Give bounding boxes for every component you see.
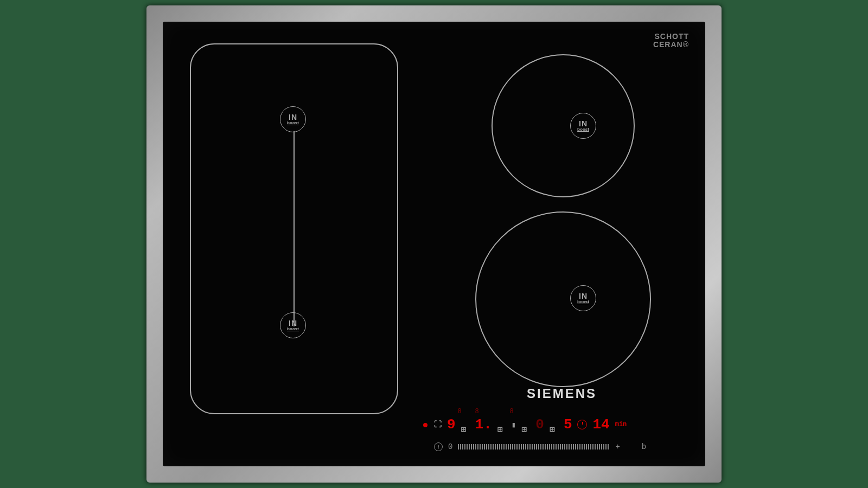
timer-icon[interactable] [577,420,587,429]
boost-badge-in: IN [579,292,588,300]
heat-indicator: 8 [473,408,481,415]
timer-unit: min [615,421,627,428]
boost-badge-in: IN [579,120,588,127]
heat-indicator [490,408,498,415]
heat-indicator-row: 8 8 8 [456,408,673,415]
slider-plus-label[interactable]: + [615,442,620,451]
power-indicator-dot [423,423,427,427]
zone-select-icon[interactable] [521,420,530,429]
boost-badge-boost: boost [287,327,299,331]
zone-select-icon[interactable] [550,420,558,429]
zone-select-icon[interactable] [461,420,470,429]
heat-indicator: 8 [508,408,515,415]
boost-button-label[interactable]: b [642,442,646,451]
boost-badge-in: IN [289,319,297,327]
touch-slider[interactable] [458,444,610,450]
power-value-right-rear[interactable]: 0 [535,416,544,433]
boost-badge-right-rear: IN boost [570,113,596,139]
slider-row[interactable]: i 0 + b [434,442,673,451]
steel-bezel: SCHOTT CERAN® IN boost IN boost IN boost [146,5,722,483]
boost-badge-flex-front: IN boost [280,312,306,338]
brand-logo: SIEMENS [527,386,597,401]
slider-zero-label[interactable]: 0 [448,442,452,451]
power-display-row: ⛶ 9 1. ▮ 0 5 14 min [434,416,673,433]
flex-zone-outline [190,43,398,414]
heat-indicator: 8 [456,408,463,415]
glass-brand-label: SCHOTT CERAN® [653,33,689,49]
glass-brand-line1: SCHOTT [653,33,689,41]
power-button-icon[interactable]: i [434,442,443,451]
power-value-right-front[interactable]: 5 [564,416,572,433]
power-value-left-rear[interactable]: 9 [447,416,456,433]
boost-badge-in: IN [289,113,297,121]
boost-badge-right-front: IN boost [570,285,596,311]
boost-badge-boost: boost [287,121,299,125]
timer-value[interactable]: 14 [592,416,609,433]
wipe-protect-icon[interactable]: ⛶ [434,420,442,429]
power-value-left-front[interactable]: 1. [475,416,492,433]
boost-badge-boost: boost [577,300,589,304]
boost-badge-flex-rear: IN boost [280,106,306,132]
control-panel[interactable]: 8 8 8 ⛶ 9 1. ▮ 0 5 14 [423,408,673,451]
glass-brand-line2: CERAN® [653,41,689,49]
link-zones-icon[interactable]: ▮ [512,420,516,429]
glass-cooktop: SCHOTT CERAN® IN boost IN boost IN boost [163,22,705,466]
product-photo: SCHOTT CERAN® IN boost IN boost IN boost [0,0,868,488]
boost-badge-boost: boost [577,127,589,132]
zone-select-icon[interactable] [497,420,506,429]
burner-right-rear-outline [492,54,635,197]
burner-right-front-outline [475,211,651,387]
flex-zone-divider [293,131,295,326]
